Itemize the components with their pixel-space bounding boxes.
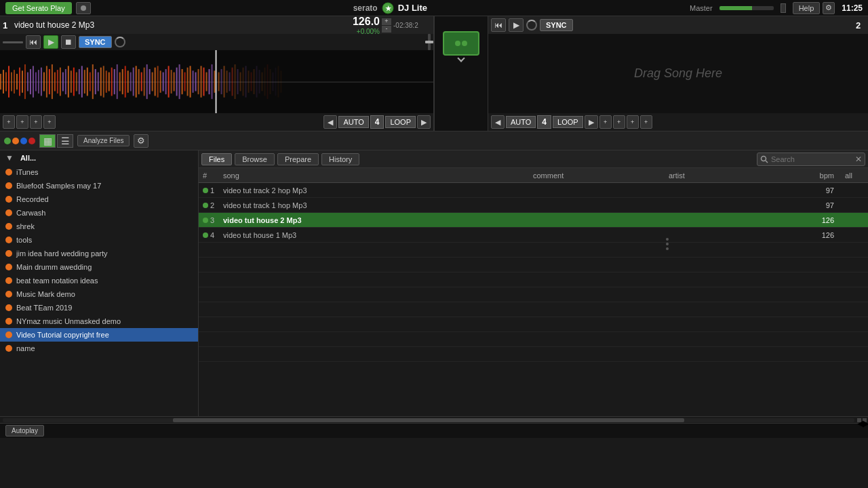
sidebar-dot-nymaz [5,318,12,325]
sync-button[interactable]: SYNC [79,36,112,48]
col-header-num: # [199,171,219,180]
col-header-bpm[interactable]: bpm [800,171,841,180]
sidebar-label-tools: tools [16,236,193,244]
loop-next-button-right[interactable]: ▶ [585,115,598,129]
svg-rect-63 [163,73,164,92]
sidebar-item-beat-notation[interactable]: beat team notation ideas [0,274,198,287]
table-row[interactable]: 1 video tut track 2 hop Mp3 97 [199,183,868,198]
svg-rect-79 [206,73,208,92]
table-row-empty-4 [199,287,868,302]
table-row-playing[interactable]: 3 video tut house 2 Mp3 126 [199,213,868,228]
master-vol-area[interactable] [719,6,774,10]
master-vol-bar[interactable] [719,6,774,10]
get-serato-button[interactable]: Get Serato Play [5,2,72,14]
monitor-button[interactable] [443,31,479,56]
h-scrollbar[interactable] [3,418,854,422]
deck-left-number: 1 [3,20,12,30]
grid-view-button[interactable]: ▦ [39,134,56,148]
cue-add-1[interactable]: + [3,115,15,129]
files-tab-browse[interactable]: Browse [235,153,275,165]
svg-rect-54 [138,69,140,94]
cue-add-r4[interactable]: + [640,115,652,129]
analyze-files-button[interactable]: Analyze Files [77,135,130,146]
sidebar-item-beat-team-2019[interactable]: Beat TEam 2019 [0,301,198,314]
sidebar-item-tools[interactable]: tools [0,233,198,247]
loop-label-left: LOOP [385,116,416,128]
sidebar-item-itunes[interactable]: iTunes [0,165,198,179]
cue-add-3[interactable]: + [30,115,42,129]
svg-rect-68 [176,68,178,96]
svg-rect-60 [155,68,156,96]
scroll-right-button[interactable]: ▶ [863,418,867,422]
sidebar-item-shrek[interactable]: shrek [0,220,198,233]
svg-rect-67 [174,73,175,92]
loop-next-button[interactable]: ▶ [417,115,431,129]
col-header-all[interactable]: all [841,171,868,180]
sidebar-item-bluefoot[interactable]: Bluefoot Samples may 17 [0,179,198,192]
files-tab-history[interactable]: History [321,153,359,165]
col-header-song[interactable]: song [219,171,529,180]
deck-right-sync-button[interactable]: SYNC [540,19,573,31]
files-tab-files[interactable]: Files [201,153,232,165]
autoplay-button[interactable]: Autoplay [5,425,44,436]
prev-track-button[interactable]: ⏮ [26,35,41,49]
cue-add-2[interactable]: + [16,115,28,129]
sidebar-item-main-drumm[interactable]: Main drumm awedding [0,260,198,274]
sidebar-item-music-mark[interactable]: Music Mark demo [0,287,198,301]
play-button[interactable]: ▶ [43,35,58,49]
record-icon[interactable] [76,2,91,14]
sidebar-item-carwash[interactable]: Carwash [0,206,198,220]
svg-rect-91 [237,69,238,94]
sidebar-item-video-tutorial[interactable]: Video Tutorial copyright free [0,328,198,342]
svg-rect-90 [234,64,235,99]
svg-rect-72 [187,68,189,96]
serato-star-icon: ★ [382,2,394,14]
loop-section-right: ◀ AUTO 4 LOOP ▶ [491,115,598,129]
scroll-left-button[interactable]: ◀ [857,418,861,422]
cue-add-r3[interactable]: + [627,115,639,129]
indicator-dot-2 [12,138,19,144]
table-row[interactable]: 2 video tut track 1 hop Mp3 97 [199,198,868,213]
top-bar-left: Get Serato Play [5,2,91,14]
col-header-artist[interactable]: artist [665,171,800,180]
h-scrollbar-thumb[interactable] [173,418,684,422]
master-knob[interactable] [781,3,786,13]
settings-icon[interactable]: ⚙ [823,2,835,14]
cue-button[interactable]: ⏹ [61,35,76,49]
loop-prev-button[interactable]: ◀ [323,115,337,129]
bpm-up-button[interactable]: + [382,18,391,25]
col-header-comment[interactable]: comment [529,171,665,180]
bpm-down-button[interactable]: - [382,26,391,33]
library-toolbar: ▦ ☰ Analyze Files ⚙ [0,131,868,150]
cue-add-r2[interactable]: + [613,115,625,129]
help-button[interactable]: Help [793,2,821,14]
deck-right-play-button[interactable]: ▶ [509,18,524,32]
sidebar-item-jim-idea[interactable]: jim idea hard wedding party [0,247,198,260]
loop-prev-button-right[interactable]: ◀ [491,115,505,129]
deck-right-prev-button[interactable]: ⏮ [491,18,506,32]
product-name: DJ Lite [398,3,427,13]
pitch-slider-left[interactable] [428,34,431,50]
drag-song-area[interactable]: Drag Song Here [488,34,868,113]
pitch-bend-left[interactable] [3,41,23,43]
svg-rect-55 [141,73,142,92]
cue-add-r1[interactable]: + [599,115,612,129]
files-tab-prepare[interactable]: Prepare [277,153,319,165]
table-row-empty-8 [199,347,868,362]
search-input[interactable] [771,155,852,163]
sidebar-item-all[interactable]: ▼ All... [0,150,198,165]
sidebar-item-name[interactable]: name [0,342,198,355]
library-settings-button[interactable]: ⚙ [134,134,149,148]
deck-right-number: 2 [856,20,865,30]
cue-add-4[interactable]: + [43,115,56,129]
sidebar-label-name: name [16,344,193,352]
sidebar-label-beat-team: Beat TEam 2019 [16,304,193,312]
sidebar-label-all: All... [20,154,193,162]
sidebar-item-recorded[interactable]: Recorded [0,192,198,206]
svg-rect-82 [214,70,216,93]
table-row[interactable]: 4 video tut house 1 Mp3 126 [199,228,868,243]
clear-search-button[interactable]: ✕ [855,155,862,164]
list-view-button[interactable]: ☰ [57,134,73,148]
sidebar-item-nymaz[interactable]: NYmaz music Unmasked demo [0,314,198,328]
waveform-left[interactable] [0,50,433,113]
